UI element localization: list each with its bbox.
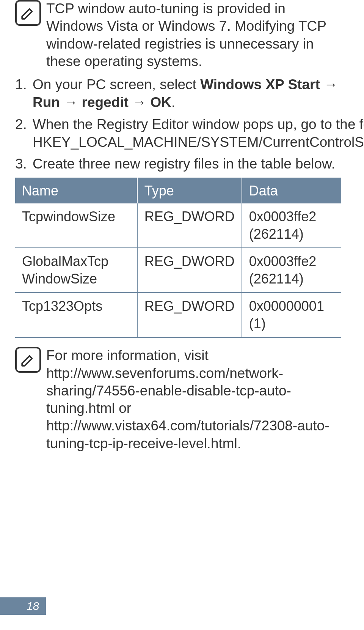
registry-table: Name Type Data TcpwindowSize REG_DWORD 0… bbox=[15, 178, 341, 338]
step-2: 2. When the Registry Editor window pops … bbox=[15, 115, 341, 151]
step-number: 3. bbox=[15, 155, 33, 173]
note-text-2: For more information, visit http://www.s… bbox=[46, 347, 341, 452]
cell-name: GlobalMaxTcp WindowSize bbox=[15, 248, 137, 293]
step-number: 2. bbox=[15, 115, 33, 151]
page-number: 18 bbox=[15, 597, 46, 615]
cell-data: 0x00000001 (1) bbox=[242, 293, 341, 337]
steps-list: 1. On your PC screen, select Windows XP … bbox=[15, 76, 341, 173]
table-row: Tcp1323Opts REG_DWORD 0x00000001 (1) bbox=[15, 293, 341, 337]
col-header-name: Name bbox=[15, 178, 137, 203]
cell-data: 0x0003ffe2 (262114) bbox=[242, 203, 341, 248]
cell-name: TcpwindowSize bbox=[15, 203, 137, 248]
note-pencil-icon bbox=[15, 347, 41, 373]
cell-type: REG_DWORD bbox=[137, 293, 242, 337]
step-1: 1. On your PC screen, select Windows XP … bbox=[15, 76, 341, 112]
step-number: 1. bbox=[15, 76, 33, 112]
step-3: 3. Create three new registry files in th… bbox=[15, 155, 341, 173]
table-row: GlobalMaxTcp WindowSize REG_DWORD 0x0003… bbox=[15, 248, 341, 293]
cell-type: REG_DWORD bbox=[137, 203, 242, 248]
note-text-1: TCP window auto-tuning is provided in Wi… bbox=[46, 0, 341, 70]
col-header-type: Type bbox=[137, 178, 242, 203]
note-block-1: TCP window auto-tuning is provided in Wi… bbox=[15, 0, 341, 70]
step-body: On your PC screen, select Windows XP Sta… bbox=[33, 76, 341, 112]
cell-type: REG_DWORD bbox=[137, 248, 242, 293]
table-row: TcpwindowSize REG_DWORD 0x0003ffe2 (2621… bbox=[15, 203, 341, 248]
step-body: Create three new registry files in the t… bbox=[33, 155, 341, 173]
col-header-data: Data bbox=[242, 178, 341, 203]
note-block-2: For more information, visit http://www.s… bbox=[15, 347, 341, 452]
step-body: When the Registry Editor window pops up,… bbox=[33, 115, 364, 151]
cell-data: 0x0003ffe2 (262114) bbox=[242, 248, 341, 293]
note-pencil-icon bbox=[15, 0, 41, 26]
cell-name: Tcp1323Opts bbox=[15, 293, 137, 337]
